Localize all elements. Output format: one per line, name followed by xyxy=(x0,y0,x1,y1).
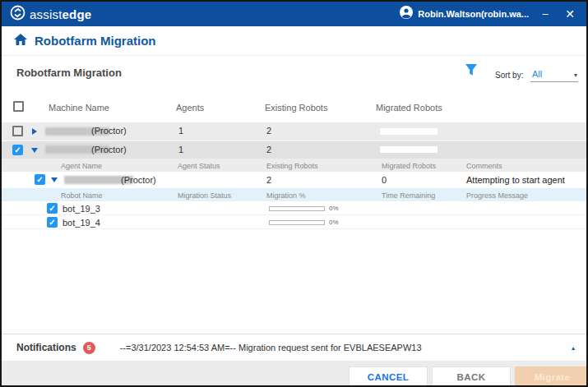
assistedge-logo-icon xyxy=(10,5,25,24)
app-window: assistedge Robin.Waltson(robin.wa... – ✕ xyxy=(0,0,588,387)
minimize-button[interactable]: – xyxy=(537,6,553,22)
collapse-icon[interactable] xyxy=(51,177,58,182)
agent-checkbox[interactable]: ✓ xyxy=(35,174,45,185)
robot-checkbox[interactable]: ✓ xyxy=(47,203,58,214)
title-bar: assistedge Robin.Waltson(robin.wa... – ✕ xyxy=(2,2,586,26)
machine-name-suffix: (Proctor) xyxy=(91,126,127,136)
footer-bar: CANCEL BACK Migrate xyxy=(2,361,586,385)
migration-progress-value: 0% xyxy=(329,219,339,226)
robot-name: bot_19_3 xyxy=(63,204,100,214)
robot-table-header: Robot Name Migration Status Migration % … xyxy=(2,188,586,201)
sort-by-dropdown[interactable]: All ▾ xyxy=(530,67,578,82)
migration-progress-bar xyxy=(269,206,325,211)
select-all-checkbox[interactable] xyxy=(13,101,24,112)
migration-progress-bar xyxy=(269,220,325,225)
back-button[interactable]: BACK xyxy=(432,366,511,387)
column-migration-pct: Migration % xyxy=(266,191,306,200)
column-migrated-robots: Migrated Robots xyxy=(382,162,436,170)
column-agent-name: Agent Name xyxy=(61,162,102,170)
robot-row[interactable]: ✓ bot_19_3 0% xyxy=(2,201,586,215)
robot-checkbox[interactable]: ✓ xyxy=(47,217,58,228)
existing-robots-count: 2 xyxy=(266,126,271,136)
redacted-migrated-robots xyxy=(380,146,438,153)
page-title: Robotfarm Migration xyxy=(35,34,156,48)
agent-existing-robots: 2 xyxy=(266,175,271,185)
column-agent-status: Agent Status xyxy=(178,162,220,170)
dropdown-caret-icon: ▾ xyxy=(574,71,577,79)
agent-row[interactable]: ✓ (Proctor) 2 0 Attempting to start agen… xyxy=(2,172,586,188)
user-menu[interactable]: Robin.Waltson(robin.wa... xyxy=(400,6,529,22)
column-robot-name: Robot Name xyxy=(61,191,103,200)
robot-row[interactable]: ✓ bot_19_4 0% xyxy=(2,215,586,229)
user-name: Robin.Waltson(robin.wa... xyxy=(418,9,529,19)
notifications-bar: Notifications 5 --=3/31/2023 12:54:53 AM… xyxy=(2,334,586,361)
column-machine-name: Machine Name xyxy=(49,103,109,113)
notification-message: --=3/31/2023 12:54:53 AM=-- Migration re… xyxy=(120,343,422,352)
column-existing-robots: Existing Robots xyxy=(265,103,327,113)
column-time-remaining: Time Remaining xyxy=(382,191,435,200)
close-button[interactable]: ✕ xyxy=(562,6,578,22)
home-icon[interactable] xyxy=(14,34,27,48)
robot-name: bot_19_4 xyxy=(63,218,100,228)
column-progress-message: Progress Message xyxy=(466,191,528,200)
user-avatar-icon xyxy=(400,6,413,22)
panel-title: Robotfarm Migration xyxy=(16,67,122,79)
migration-progress-value: 0% xyxy=(329,205,339,212)
agent-name-suffix: (Proctor) xyxy=(121,175,156,185)
column-migration-status: Migration Status xyxy=(178,191,231,200)
collapse-icon[interactable] xyxy=(31,148,38,153)
sort-by-label: Sort by: xyxy=(495,71,523,80)
column-comments: Comments xyxy=(466,162,502,170)
agents-count: 1 xyxy=(178,145,183,154)
column-agents: Agents xyxy=(176,103,204,113)
app-logo: assistedge xyxy=(10,5,91,24)
expand-icon[interactable] xyxy=(32,128,37,135)
agents-count: 1 xyxy=(178,126,183,136)
machine-name-suffix: (Proctor) xyxy=(91,145,127,154)
column-migrated-robots: Migrated Robots xyxy=(376,103,442,113)
notifications-collapse-icon[interactable]: ▴ xyxy=(572,344,575,352)
redacted-migrated-robots xyxy=(380,128,438,135)
machine-row[interactable]: (Proctor) 1 2 xyxy=(2,122,586,141)
migrate-button[interactable]: Migrate xyxy=(515,366,588,387)
filter-icon[interactable] xyxy=(465,63,478,80)
existing-robots-count: 2 xyxy=(266,145,271,154)
agent-comments: Attempting to start agent xyxy=(466,175,565,185)
page-header: Robotfarm Migration xyxy=(2,26,586,56)
notifications-label: Notifications xyxy=(16,342,76,353)
logo-text: assistedge xyxy=(30,7,91,21)
column-existing-robots: Existing Robots xyxy=(266,162,318,170)
row-checkbox[interactable]: ✓ xyxy=(12,145,23,155)
row-checkbox[interactable] xyxy=(12,126,23,136)
notifications-count-badge: 5 xyxy=(83,342,95,354)
machine-row[interactable]: ✓ (Proctor) 1 2 xyxy=(2,141,586,159)
agent-table-header: Agent Name Agent Status Existing Robots … xyxy=(2,159,586,172)
cancel-button[interactable]: CANCEL xyxy=(349,366,428,387)
machine-table-header: Machine Name Agents Existing Robots Migr… xyxy=(2,99,586,118)
agent-migrated-robots: 0 xyxy=(382,175,387,185)
